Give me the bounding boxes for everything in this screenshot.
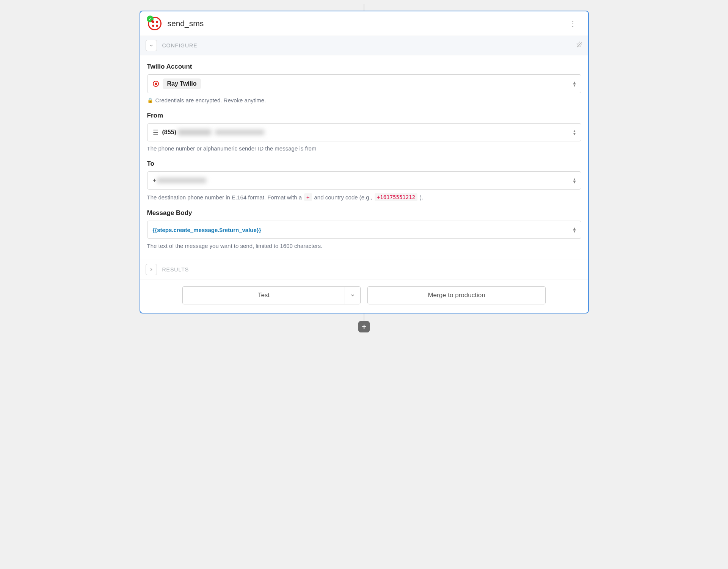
twilio-mini-icon [153, 81, 159, 87]
add-step-button[interactable]: + [358, 321, 370, 332]
chevron-down-icon [149, 43, 154, 48]
list-icon: ☰ [153, 129, 158, 136]
card-header: ✓ send_sms ⋮ [140, 11, 588, 36]
body-label: Message Body [147, 209, 581, 217]
connector-line-bottom [364, 313, 364, 321]
select-caret-icon: ▴▾ [573, 129, 576, 136]
redacted-phone-part1 [178, 129, 211, 135]
results-section-bar[interactable]: RESULTS [140, 260, 588, 279]
pin-icon[interactable] [576, 41, 583, 50]
example-number-chip: +16175551212 [375, 193, 417, 201]
twilio-icon: ✓ [148, 17, 162, 30]
twilio-account-field: Twilio Account Ray Twilio ▴▾ 🔒 Credentia… [147, 63, 581, 103]
select-caret-icon: ▴▾ [573, 81, 576, 87]
message-body-field: Message Body {{steps.create_message.$ret… [147, 209, 581, 249]
merge-button[interactable]: Merge to production [367, 286, 546, 304]
redacted-to-number [157, 178, 206, 183]
results-label: RESULTS [162, 266, 189, 273]
test-button[interactable]: Test [182, 286, 345, 304]
test-dropdown-button[interactable] [345, 286, 361, 304]
to-input[interactable]: + ▴▾ [147, 171, 581, 190]
account-value: Ray Twilio [163, 78, 201, 89]
plus-chip: + [304, 193, 312, 201]
step-title: send_sms [168, 19, 204, 28]
from-prefix: (855) [162, 129, 176, 136]
select-caret-icon: ▴▾ [573, 177, 576, 184]
configure-label: CONFIGURE [162, 42, 198, 49]
from-helper: The phone number or alphanumeric sender … [147, 145, 581, 152]
step-card: ✓ send_sms ⋮ CONFIGURE Twilio Account Ra… [140, 11, 589, 313]
results-expand-toggle[interactable] [146, 264, 157, 275]
to-field: To + ▴▾ The destination phone number in … [147, 160, 581, 201]
test-button-group: Test [182, 286, 361, 304]
to-helper: The destination phone number in E.164 fo… [147, 193, 581, 201]
to-prefix: + [153, 177, 156, 184]
from-select[interactable]: ☰ (855) ▴▾ [147, 123, 581, 141]
to-label: To [147, 160, 581, 168]
card-footer: Test Merge to production [140, 279, 588, 313]
lock-icon: 🔒 [147, 97, 153, 103]
chevron-right-icon [149, 267, 154, 272]
chevron-down-icon [350, 293, 355, 298]
account-helper: 🔒 Credentials are encrypted. Revoke anyt… [147, 97, 581, 103]
redacted-phone-part2 [215, 130, 264, 135]
configure-section-bar[interactable]: CONFIGURE [140, 36, 588, 55]
body-input[interactable]: {{steps.create_message.$return_value}} ▴… [147, 221, 581, 239]
more-options-button[interactable]: ⋮ [565, 17, 581, 30]
account-label: Twilio Account [147, 63, 581, 71]
body-helper: The text of the message you want to send… [147, 243, 581, 249]
connector-line-top [364, 4, 364, 11]
from-field: From ☰ (855) ▴▾ The phone number or alph… [147, 112, 581, 152]
body-value: {{steps.create_message.$return_value}} [153, 227, 261, 233]
configure-collapse-toggle[interactable] [146, 40, 157, 51]
configure-body: Twilio Account Ray Twilio ▴▾ 🔒 Credentia… [140, 55, 588, 260]
select-caret-icon: ▴▾ [573, 227, 576, 233]
account-select[interactable]: Ray Twilio ▴▾ [147, 74, 581, 93]
from-label: From [147, 112, 581, 119]
